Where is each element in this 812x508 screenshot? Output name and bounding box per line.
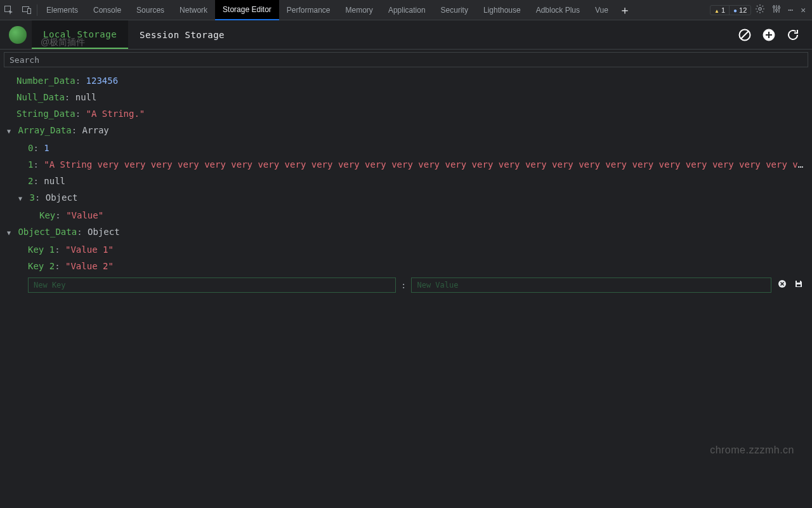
customize-icon[interactable] [771, 4, 782, 16]
devtools-tab-application[interactable]: Application [381, 0, 433, 20]
info-icon [733, 6, 737, 14]
svg-point-6 [778, 7, 780, 9]
devtools-tab-security[interactable]: Security [433, 0, 476, 20]
array-item[interactable]: 2: null [0, 173, 812, 189]
refresh-icon[interactable] [785, 27, 801, 43]
save-icon[interactable] [793, 277, 804, 293]
settings-icon[interactable] [755, 4, 765, 16]
devtools-top-bar: ElementsConsoleSourcesNetworkStorage Edi… [0, 0, 812, 20]
separator: : [401, 277, 406, 293]
entry-null-data[interactable]: Null_Data: null [0, 89, 812, 105]
storage-tree: Number_Data: 123456 Null_Data: null Stri… [0, 70, 812, 293]
devtools-tab-memory[interactable]: Memory [338, 0, 381, 20]
new-key-input[interactable] [28, 277, 396, 293]
entry-array-data[interactable]: ▼ Array_Data: Array [0, 122, 812, 140]
new-value-input[interactable] [411, 277, 771, 293]
device-toggle-icon[interactable] [18, 0, 36, 20]
warning-icon [714, 6, 719, 14]
devtools-tab-sources[interactable]: Sources [129, 0, 172, 20]
entry-object-data[interactable]: ▼ Object_Data: Object [0, 224, 812, 241]
clear-icon[interactable] [737, 27, 752, 43]
devtools-tab-network[interactable]: Network [172, 0, 215, 20]
inspect-icon[interactable] [0, 0, 18, 20]
issue-badges[interactable]: 1 12 [710, 5, 751, 15]
chevron-down-icon[interactable]: ▼ [5, 225, 13, 241]
svg-point-5 [776, 10, 778, 11]
entry-string-data[interactable]: String_Data: "A String." [0, 105, 812, 122]
svg-rect-15 [797, 281, 800, 283]
array-item-object[interactable]: ▼ 3: Object [0, 189, 812, 207]
array-item[interactable]: 0: 1 [0, 140, 812, 156]
devtools-tab-lighthouse[interactable]: Lighthouse [476, 0, 528, 20]
leaf-icon [9, 26, 27, 44]
storage-subtabs: Local StorageSession Storage [32, 20, 236, 49]
close-icon[interactable]: ✕ [801, 5, 806, 15]
object-property[interactable]: Key 2: "Value 2" [0, 258, 812, 274]
footer-watermark: chrome.zzzmh.cn [710, 444, 794, 456]
chevron-down-icon[interactable]: ▼ [16, 190, 24, 207]
object-property[interactable]: Key 1: "Value 1" [0, 241, 812, 258]
cancel-icon[interactable] [776, 277, 788, 293]
devtools-tab-storage-editor[interactable]: Storage Editor [215, 0, 279, 20]
warning-count: 1 [721, 6, 725, 14]
devtools-tab-vue[interactable]: Vue [587, 0, 616, 20]
search-input[interactable] [4, 52, 808, 67]
devtools-tab-elements[interactable]: Elements [39, 0, 86, 20]
storage-editor-bar: Local StorageSession Storage [0, 20, 812, 50]
search-row [0, 50, 812, 70]
svg-line-8 [741, 31, 749, 39]
more-icon[interactable]: ⋯ [788, 5, 794, 15]
svg-point-3 [759, 8, 761, 10]
svg-point-4 [773, 6, 775, 8]
devtools-tabs: ElementsConsoleSourcesNetworkStorage Edi… [39, 0, 616, 20]
new-entry-row: : [0, 274, 812, 293]
subtab-local-storage[interactable]: Local Storage [32, 20, 128, 49]
error-count: 12 [739, 6, 747, 14]
svg-rect-2 [28, 8, 31, 13]
array-item[interactable]: 1: "A String very very very very very ve… [0, 156, 812, 173]
devtools-tab-adblock-plus[interactable]: Adblock Plus [528, 0, 587, 20]
divider [37, 4, 37, 16]
add-icon[interactable] [761, 27, 776, 43]
chevron-down-icon[interactable]: ▼ [5, 123, 13, 140]
devtools-tab-performance[interactable]: Performance [279, 0, 338, 20]
object-property[interactable]: Key: "Value" [0, 207, 812, 224]
subtab-session-storage[interactable]: Session Storage [128, 20, 236, 49]
entry-number-data[interactable]: Number_Data: 123456 [0, 72, 812, 89]
devtools-tab-console[interactable]: Console [86, 0, 129, 20]
svg-rect-16 [797, 284, 801, 286]
add-tab-icon[interactable]: ＋ [616, 0, 634, 20]
